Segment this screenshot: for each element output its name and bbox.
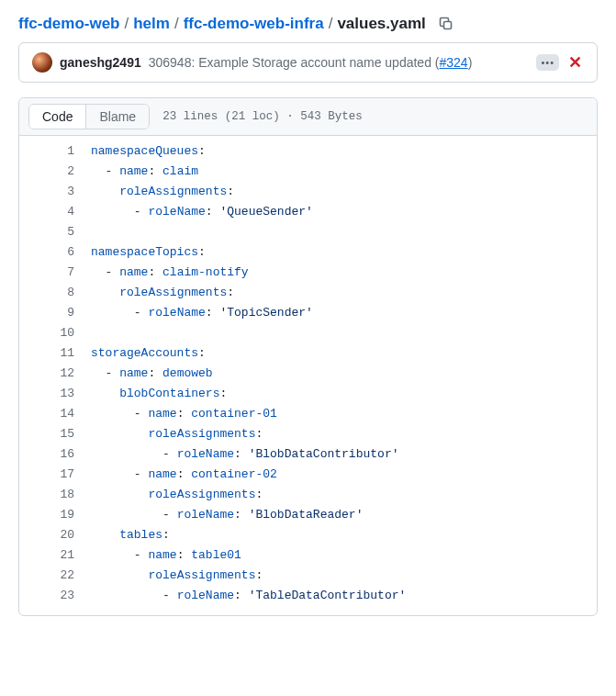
latest-commit-row: ganeshg2491 306948: Example Storage acco… bbox=[19, 43, 597, 82]
line-number[interactable]: 5 bbox=[19, 222, 74, 242]
source-line: storageAccounts: bbox=[91, 343, 597, 364]
breadcrumb-part[interactable]: helm bbox=[133, 15, 170, 33]
breadcrumb-sep: / bbox=[124, 15, 130, 33]
source-line: - roleName: 'QueueSender' bbox=[91, 202, 597, 222]
breadcrumb-sep: / bbox=[174, 15, 180, 33]
line-number[interactable]: 11 bbox=[19, 343, 74, 364]
line-number[interactable]: 16 bbox=[19, 444, 74, 465]
more-menu-button[interactable]: ••• bbox=[536, 54, 559, 71]
line-number[interactable]: 22 bbox=[19, 566, 74, 586]
source-line: - name: table01 bbox=[91, 545, 597, 566]
line-number[interactable]: 19 bbox=[19, 505, 74, 525]
source-line bbox=[91, 222, 597, 242]
line-number[interactable]: 14 bbox=[19, 404, 74, 424]
latest-commit-box: ganeshg2491 306948: Example Storage acco… bbox=[18, 42, 598, 83]
line-number[interactable]: 6 bbox=[19, 242, 74, 263]
breadcrumb-sep: / bbox=[328, 15, 334, 33]
source-line: blobContainers: bbox=[91, 384, 597, 404]
code-toolbar: Code Blame 23 lines (21 loc) · 543 Bytes bbox=[19, 98, 597, 136]
breadcrumb-part[interactable]: ffc-demo-web bbox=[18, 15, 120, 33]
source-line: tables: bbox=[91, 525, 597, 545]
tab-code[interactable]: Code bbox=[29, 105, 85, 129]
source-line: roleAssignments: bbox=[91, 424, 597, 444]
line-number[interactable]: 8 bbox=[19, 283, 74, 303]
source-line: roleAssignments: bbox=[91, 182, 597, 202]
source-lines: namespaceQueues: - name: claim roleAssig… bbox=[91, 141, 597, 606]
source-line: - roleName: 'BlobDataReader' bbox=[91, 505, 597, 525]
line-number[interactable]: 21 bbox=[19, 545, 74, 566]
line-number[interactable]: 7 bbox=[19, 263, 74, 283]
line-number[interactable]: 10 bbox=[19, 323, 74, 343]
line-number[interactable]: 23 bbox=[19, 586, 74, 606]
line-number[interactable]: 2 bbox=[19, 162, 74, 182]
source-line: - roleName: 'BlobDataContributor' bbox=[91, 444, 597, 465]
source-line: - name: container-02 bbox=[91, 465, 597, 485]
source-line: - name: claim-notify bbox=[91, 263, 597, 283]
source-line: - name: demoweb bbox=[91, 364, 597, 384]
line-number[interactable]: 17 bbox=[19, 465, 74, 485]
line-number[interactable]: 9 bbox=[19, 303, 74, 323]
line-number[interactable]: 3 bbox=[19, 182, 74, 202]
breadcrumb-part[interactable]: ffc-demo-web-infra bbox=[184, 15, 324, 33]
line-number-gutter: 1234567891011121314151617181920212223 bbox=[19, 141, 91, 606]
source-line: roleAssignments: bbox=[91, 485, 597, 505]
line-number[interactable]: 18 bbox=[19, 485, 74, 505]
close-button[interactable]: ✕ bbox=[566, 54, 584, 71]
breadcrumb-leaf: values.yaml bbox=[337, 15, 425, 33]
source-line: namespaceTopics: bbox=[91, 242, 597, 263]
line-number[interactable]: 1 bbox=[19, 141, 74, 162]
commit-author[interactable]: ganeshg2491 bbox=[60, 55, 141, 70]
copy-icon bbox=[439, 17, 454, 31]
avatar[interactable] bbox=[32, 52, 52, 73]
source-line: roleAssignments: bbox=[91, 283, 597, 303]
copy-path-button[interactable] bbox=[439, 17, 454, 31]
source-line: - name: container-01 bbox=[91, 404, 597, 424]
line-number[interactable]: 12 bbox=[19, 364, 74, 384]
source-line: - roleName: 'TableDataContributor' bbox=[91, 586, 597, 606]
source-line: - name: claim bbox=[91, 162, 597, 182]
code-blame-toggle: Code Blame bbox=[28, 104, 150, 129]
file-meta: 23 lines (21 loc) · 543 Bytes bbox=[162, 110, 363, 123]
code-viewer: Code Blame 23 lines (21 loc) · 543 Bytes… bbox=[18, 97, 598, 616]
line-number[interactable]: 15 bbox=[19, 424, 74, 444]
code-body: 1234567891011121314151617181920212223 na… bbox=[19, 136, 597, 615]
source-line bbox=[91, 323, 597, 343]
commit-message-text: Example Storage account name updated bbox=[198, 55, 431, 70]
commit-message[interactable]: 306948: Example Storage account name upd… bbox=[149, 55, 473, 70]
source-line: - roleName: 'TopicSender' bbox=[91, 303, 597, 323]
line-number[interactable]: 13 bbox=[19, 384, 74, 404]
source-line: roleAssignments: bbox=[91, 566, 597, 586]
commit-sha: 306948 bbox=[149, 55, 192, 70]
source-line: namespaceQueues: bbox=[91, 141, 597, 162]
svg-rect-0 bbox=[443, 22, 451, 29]
line-number[interactable]: 20 bbox=[19, 525, 74, 545]
pr-link[interactable]: #324 bbox=[440, 55, 468, 70]
breadcrumb: ffc-demo-web / helm / ffc-demo-web-infra… bbox=[0, 0, 616, 42]
tab-blame[interactable]: Blame bbox=[85, 105, 149, 129]
line-number[interactable]: 4 bbox=[19, 202, 74, 222]
